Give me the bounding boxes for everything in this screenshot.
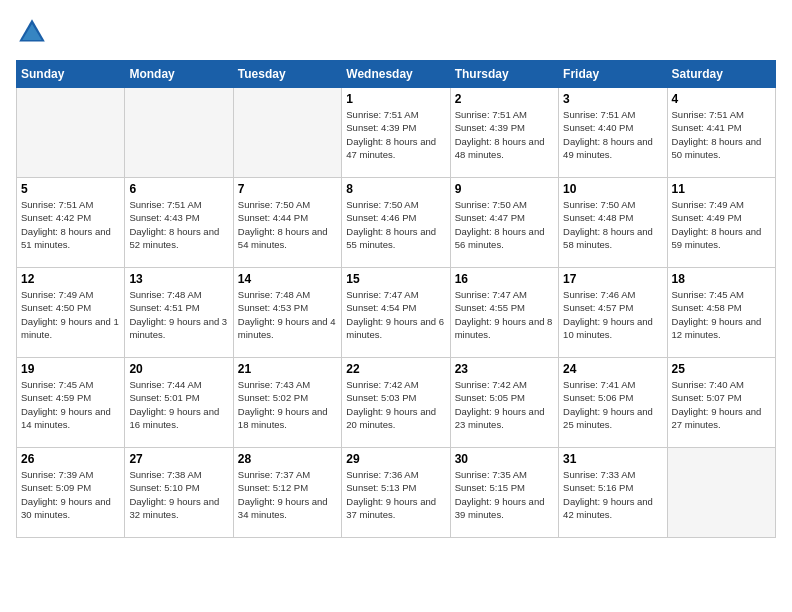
day-info: Sunrise: 7:50 AM Sunset: 4:48 PM Dayligh…	[563, 198, 662, 251]
day-info: Sunrise: 7:47 AM Sunset: 4:54 PM Dayligh…	[346, 288, 445, 341]
day-number: 30	[455, 452, 554, 466]
day-info: Sunrise: 7:42 AM Sunset: 5:05 PM Dayligh…	[455, 378, 554, 431]
day-info: Sunrise: 7:45 AM Sunset: 4:58 PM Dayligh…	[672, 288, 771, 341]
day-cell: 2Sunrise: 7:51 AM Sunset: 4:39 PM Daylig…	[450, 88, 558, 178]
day-info: Sunrise: 7:46 AM Sunset: 4:57 PM Dayligh…	[563, 288, 662, 341]
day-number: 11	[672, 182, 771, 196]
day-number: 15	[346, 272, 445, 286]
day-cell: 15Sunrise: 7:47 AM Sunset: 4:54 PM Dayli…	[342, 268, 450, 358]
day-cell: 13Sunrise: 7:48 AM Sunset: 4:51 PM Dayli…	[125, 268, 233, 358]
day-cell: 1Sunrise: 7:51 AM Sunset: 4:39 PM Daylig…	[342, 88, 450, 178]
day-info: Sunrise: 7:50 AM Sunset: 4:44 PM Dayligh…	[238, 198, 337, 251]
day-cell: 14Sunrise: 7:48 AM Sunset: 4:53 PM Dayli…	[233, 268, 341, 358]
day-number: 22	[346, 362, 445, 376]
day-info: Sunrise: 7:51 AM Sunset: 4:39 PM Dayligh…	[346, 108, 445, 161]
day-cell: 7Sunrise: 7:50 AM Sunset: 4:44 PM Daylig…	[233, 178, 341, 268]
day-cell: 11Sunrise: 7:49 AM Sunset: 4:49 PM Dayli…	[667, 178, 775, 268]
day-number: 3	[563, 92, 662, 106]
week-row-3: 12Sunrise: 7:49 AM Sunset: 4:50 PM Dayli…	[17, 268, 776, 358]
day-info: Sunrise: 7:38 AM Sunset: 5:10 PM Dayligh…	[129, 468, 228, 521]
day-cell: 26Sunrise: 7:39 AM Sunset: 5:09 PM Dayli…	[17, 448, 125, 538]
day-number: 17	[563, 272, 662, 286]
day-number: 25	[672, 362, 771, 376]
day-cell: 27Sunrise: 7:38 AM Sunset: 5:10 PM Dayli…	[125, 448, 233, 538]
day-cell: 31Sunrise: 7:33 AM Sunset: 5:16 PM Dayli…	[559, 448, 667, 538]
day-number: 20	[129, 362, 228, 376]
day-info: Sunrise: 7:42 AM Sunset: 5:03 PM Dayligh…	[346, 378, 445, 431]
day-info: Sunrise: 7:44 AM Sunset: 5:01 PM Dayligh…	[129, 378, 228, 431]
day-info: Sunrise: 7:51 AM Sunset: 4:40 PM Dayligh…	[563, 108, 662, 161]
day-cell: 30Sunrise: 7:35 AM Sunset: 5:15 PM Dayli…	[450, 448, 558, 538]
week-row-2: 5Sunrise: 7:51 AM Sunset: 4:42 PM Daylig…	[17, 178, 776, 268]
day-cell: 24Sunrise: 7:41 AM Sunset: 5:06 PM Dayli…	[559, 358, 667, 448]
day-cell	[17, 88, 125, 178]
day-info: Sunrise: 7:36 AM Sunset: 5:13 PM Dayligh…	[346, 468, 445, 521]
day-cell: 17Sunrise: 7:46 AM Sunset: 4:57 PM Dayli…	[559, 268, 667, 358]
day-info: Sunrise: 7:39 AM Sunset: 5:09 PM Dayligh…	[21, 468, 120, 521]
header-monday: Monday	[125, 61, 233, 88]
day-info: Sunrise: 7:45 AM Sunset: 4:59 PM Dayligh…	[21, 378, 120, 431]
day-number: 8	[346, 182, 445, 196]
day-number: 14	[238, 272, 337, 286]
day-cell	[233, 88, 341, 178]
day-cell: 20Sunrise: 7:44 AM Sunset: 5:01 PM Dayli…	[125, 358, 233, 448]
day-number: 27	[129, 452, 228, 466]
day-info: Sunrise: 7:51 AM Sunset: 4:39 PM Dayligh…	[455, 108, 554, 161]
day-number: 5	[21, 182, 120, 196]
logo	[16, 16, 52, 48]
day-cell: 5Sunrise: 7:51 AM Sunset: 4:42 PM Daylig…	[17, 178, 125, 268]
day-number: 12	[21, 272, 120, 286]
day-info: Sunrise: 7:50 AM Sunset: 4:46 PM Dayligh…	[346, 198, 445, 251]
header-thursday: Thursday	[450, 61, 558, 88]
day-cell: 23Sunrise: 7:42 AM Sunset: 5:05 PM Dayli…	[450, 358, 558, 448]
day-info: Sunrise: 7:49 AM Sunset: 4:50 PM Dayligh…	[21, 288, 120, 341]
day-number: 26	[21, 452, 120, 466]
calendar-header-row: SundayMondayTuesdayWednesdayThursdayFrid…	[17, 61, 776, 88]
header-saturday: Saturday	[667, 61, 775, 88]
day-info: Sunrise: 7:48 AM Sunset: 4:53 PM Dayligh…	[238, 288, 337, 341]
day-cell: 25Sunrise: 7:40 AM Sunset: 5:07 PM Dayli…	[667, 358, 775, 448]
header-tuesday: Tuesday	[233, 61, 341, 88]
day-cell: 19Sunrise: 7:45 AM Sunset: 4:59 PM Dayli…	[17, 358, 125, 448]
day-cell: 22Sunrise: 7:42 AM Sunset: 5:03 PM Dayli…	[342, 358, 450, 448]
day-cell	[667, 448, 775, 538]
day-number: 28	[238, 452, 337, 466]
day-info: Sunrise: 7:51 AM Sunset: 4:41 PM Dayligh…	[672, 108, 771, 161]
day-number: 19	[21, 362, 120, 376]
day-number: 13	[129, 272, 228, 286]
day-number: 2	[455, 92, 554, 106]
day-info: Sunrise: 7:40 AM Sunset: 5:07 PM Dayligh…	[672, 378, 771, 431]
day-info: Sunrise: 7:49 AM Sunset: 4:49 PM Dayligh…	[672, 198, 771, 251]
day-info: Sunrise: 7:48 AM Sunset: 4:51 PM Dayligh…	[129, 288, 228, 341]
day-info: Sunrise: 7:47 AM Sunset: 4:55 PM Dayligh…	[455, 288, 554, 341]
day-cell: 12Sunrise: 7:49 AM Sunset: 4:50 PM Dayli…	[17, 268, 125, 358]
day-number: 1	[346, 92, 445, 106]
day-info: Sunrise: 7:51 AM Sunset: 4:42 PM Dayligh…	[21, 198, 120, 251]
day-info: Sunrise: 7:43 AM Sunset: 5:02 PM Dayligh…	[238, 378, 337, 431]
week-row-5: 26Sunrise: 7:39 AM Sunset: 5:09 PM Dayli…	[17, 448, 776, 538]
day-cell: 28Sunrise: 7:37 AM Sunset: 5:12 PM Dayli…	[233, 448, 341, 538]
day-info: Sunrise: 7:41 AM Sunset: 5:06 PM Dayligh…	[563, 378, 662, 431]
day-number: 18	[672, 272, 771, 286]
day-number: 31	[563, 452, 662, 466]
week-row-4: 19Sunrise: 7:45 AM Sunset: 4:59 PM Dayli…	[17, 358, 776, 448]
day-cell	[125, 88, 233, 178]
day-cell: 21Sunrise: 7:43 AM Sunset: 5:02 PM Dayli…	[233, 358, 341, 448]
week-row-1: 1Sunrise: 7:51 AM Sunset: 4:39 PM Daylig…	[17, 88, 776, 178]
day-info: Sunrise: 7:51 AM Sunset: 4:43 PM Dayligh…	[129, 198, 228, 251]
calendar-table: SundayMondayTuesdayWednesdayThursdayFrid…	[16, 60, 776, 538]
day-number: 7	[238, 182, 337, 196]
day-number: 10	[563, 182, 662, 196]
page-header	[16, 16, 776, 48]
day-cell: 6Sunrise: 7:51 AM Sunset: 4:43 PM Daylig…	[125, 178, 233, 268]
day-cell: 29Sunrise: 7:36 AM Sunset: 5:13 PM Dayli…	[342, 448, 450, 538]
day-cell: 9Sunrise: 7:50 AM Sunset: 4:47 PM Daylig…	[450, 178, 558, 268]
day-info: Sunrise: 7:50 AM Sunset: 4:47 PM Dayligh…	[455, 198, 554, 251]
day-number: 29	[346, 452, 445, 466]
day-cell: 3Sunrise: 7:51 AM Sunset: 4:40 PM Daylig…	[559, 88, 667, 178]
day-number: 6	[129, 182, 228, 196]
day-number: 9	[455, 182, 554, 196]
day-info: Sunrise: 7:35 AM Sunset: 5:15 PM Dayligh…	[455, 468, 554, 521]
day-cell: 18Sunrise: 7:45 AM Sunset: 4:58 PM Dayli…	[667, 268, 775, 358]
day-number: 24	[563, 362, 662, 376]
